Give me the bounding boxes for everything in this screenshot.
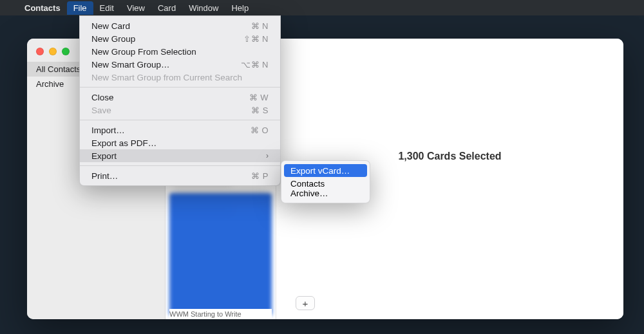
menu-export-as-pdf[interactable]: Export as PDF… xyxy=(80,136,280,149)
shortcut-label: ⌘ O xyxy=(251,125,269,135)
shortcut-label: ⇧⌘ N xyxy=(243,34,269,44)
menu-export[interactable]: Export › xyxy=(80,149,280,162)
submenu-export-vcard[interactable]: Export vCard… xyxy=(284,164,367,177)
submenu-contacts-archive[interactable]: Contacts Archive… xyxy=(281,177,370,199)
menu-new-group-from-selection[interactable]: New Group From Selection xyxy=(80,45,280,58)
shortcut-label: ⌘ P xyxy=(251,171,269,181)
menubar-help[interactable]: Help xyxy=(225,1,255,15)
menubar-app[interactable]: Contacts xyxy=(18,1,67,15)
contact-list-peek: WWM Starting to Write xyxy=(169,309,272,319)
menu-separator xyxy=(80,165,280,166)
window-traffic-lights xyxy=(36,48,70,55)
window-close-button[interactable] xyxy=(36,48,44,55)
menu-print[interactable]: Print… ⌘ P xyxy=(80,169,280,182)
menu-new-smart-group[interactable]: New Smart Group… ⌥⌘ N xyxy=(80,58,280,71)
menubar-view[interactable]: View xyxy=(120,1,151,15)
shortcut-label: ⌥⌘ N xyxy=(241,60,269,70)
menubar-card[interactable]: Card xyxy=(151,1,182,15)
window-minimize-button[interactable] xyxy=(49,48,57,55)
menu-separator xyxy=(80,87,280,88)
menubar-edit[interactable]: Edit xyxy=(93,1,120,15)
shortcut-label: ⌘ W xyxy=(249,93,269,102)
add-card-button[interactable]: + xyxy=(296,296,315,310)
file-menu-dropdown: New Card ⌘ N New Group ⇧⌘ N New Group Fr… xyxy=(79,15,281,186)
menu-close[interactable]: Close ⌘ W xyxy=(80,91,280,104)
chevron-right-icon: › xyxy=(266,151,269,160)
menubar-file[interactable]: File xyxy=(67,1,93,15)
menubar-window[interactable]: Window xyxy=(182,1,225,15)
selection-count-title: 1,300 Cards Selected xyxy=(398,151,501,162)
plus-icon: + xyxy=(303,298,308,309)
export-submenu: Export vCard… Contacts Archive… xyxy=(281,160,370,203)
menubar: Contacts File Edit View Card Window Help xyxy=(0,0,644,15)
shortcut-label: ⌘ S xyxy=(251,106,269,115)
contact-list-selection xyxy=(169,193,272,315)
menu-import[interactable]: Import… ⌘ O xyxy=(80,124,280,136)
menu-separator xyxy=(80,120,280,120)
menu-new-card[interactable]: New Card ⌘ N xyxy=(80,19,280,32)
shortcut-label: ⌘ N xyxy=(251,21,269,31)
menu-new-smart-group-from-search: New Smart Group from Current Search xyxy=(80,71,280,84)
window-zoom-button[interactable] xyxy=(62,48,70,55)
menu-new-group[interactable]: New Group ⇧⌘ N xyxy=(80,32,280,45)
menu-save: Save ⌘ S xyxy=(80,104,280,116)
